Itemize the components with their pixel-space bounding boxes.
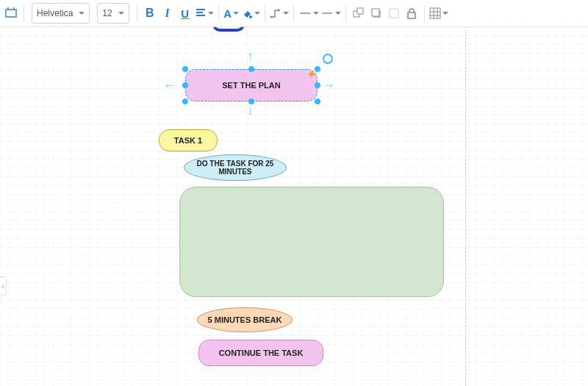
- zoom-to-fit-icon[interactable]: [3, 4, 19, 23]
- connect-arrow-up-icon[interactable]: ↑: [247, 49, 254, 64]
- chevron-down-icon: [254, 12, 260, 18]
- svg-point-2: [270, 16, 272, 18]
- chevron-down-icon: [79, 12, 85, 18]
- svg-rect-10: [408, 12, 415, 18]
- italic-button[interactable]: I: [159, 4, 176, 23]
- resize-handle[interactable]: [248, 66, 254, 72]
- bold-button[interactable]: B: [142, 4, 158, 23]
- shape-label: DO THE TASK FOR 25 MINUTES: [184, 160, 286, 176]
- expand-sidebar-tab[interactable]: ‹: [0, 276, 7, 296]
- chevron-down-icon: [283, 12, 289, 18]
- font-size-select[interactable]: 12: [97, 3, 129, 24]
- connect-arrow-right-icon[interactable]: →: [322, 78, 335, 93]
- shape-set-the-plan[interactable]: SET THE PLAN: [185, 69, 318, 101]
- chevron-down-icon: [313, 12, 319, 18]
- shape-task-1[interactable]: TASK 1: [159, 129, 218, 151]
- resize-handle[interactable]: [182, 82, 188, 88]
- connect-arrow-left-icon[interactable]: ←: [163, 78, 176, 93]
- resize-handle[interactable]: [315, 99, 320, 104]
- fill-color-button[interactable]: [241, 4, 260, 23]
- shape-label: 5 MINUTES BREAK: [208, 315, 282, 324]
- svg-rect-8: [372, 9, 379, 16]
- font-family-value: Helvetica: [37, 8, 73, 18]
- svg-rect-0: [6, 10, 16, 17]
- shadow-button[interactable]: [368, 4, 384, 23]
- svg-point-1: [249, 15, 252, 18]
- unsaved-indicator-icon: [309, 71, 315, 77]
- shape-continue[interactable]: CONTINUE THE TASK: [198, 340, 323, 366]
- page-guide: [465, 26, 466, 386]
- connect-arrow-down-icon[interactable]: ↓: [247, 103, 254, 118]
- font-family-select[interactable]: Helvetica: [32, 3, 90, 24]
- svg-rect-9: [390, 9, 398, 18]
- chevron-down-icon: [233, 12, 239, 18]
- shape-label: SET THE PLAN: [222, 81, 280, 90]
- line-start-button[interactable]: [298, 4, 319, 23]
- connector-style-button[interactable]: [270, 4, 289, 23]
- svg-rect-11: [430, 8, 440, 18]
- shape-label: CONTINUE THE TASK: [219, 349, 304, 357]
- rotate-handle[interactable]: [323, 54, 333, 64]
- line-end-button[interactable]: [320, 4, 341, 23]
- resize-handle[interactable]: [182, 66, 188, 72]
- resize-handle[interactable]: [182, 99, 188, 104]
- resize-handle[interactable]: [315, 82, 320, 88]
- shape-break[interactable]: 5 MINUTES BREAK: [197, 307, 293, 332]
- chevron-down-icon: [442, 12, 448, 18]
- font-size-value: 12: [102, 8, 112, 18]
- arrange-button[interactable]: [351, 4, 367, 23]
- shape-label: TASK 1: [174, 136, 202, 145]
- shape-big-box[interactable]: [179, 187, 444, 297]
- chevron-down-icon: [208, 12, 214, 18]
- chevron-down-icon: [335, 12, 341, 18]
- underline-button[interactable]: U: [177, 4, 193, 23]
- svg-rect-6: [357, 8, 363, 14]
- table-button[interactable]: [429, 4, 448, 23]
- shape-do-task[interactable]: DO THE TASK FOR 25 MINUTES: [184, 154, 287, 181]
- link-button[interactable]: [386, 4, 402, 23]
- format-toolbar: Helvetica 12 B I U A: [0, 0, 588, 27]
- lock-button[interactable]: [404, 4, 420, 23]
- align-button[interactable]: [195, 4, 214, 23]
- chevron-down-icon: [118, 12, 124, 18]
- font-color-button[interactable]: A: [223, 4, 240, 23]
- resize-handle[interactable]: [315, 66, 320, 72]
- diagram-canvas[interactable]: SET THE PLAN ↑ ↓ ← → TASK 1 DO THE TASK …: [0, 26, 588, 386]
